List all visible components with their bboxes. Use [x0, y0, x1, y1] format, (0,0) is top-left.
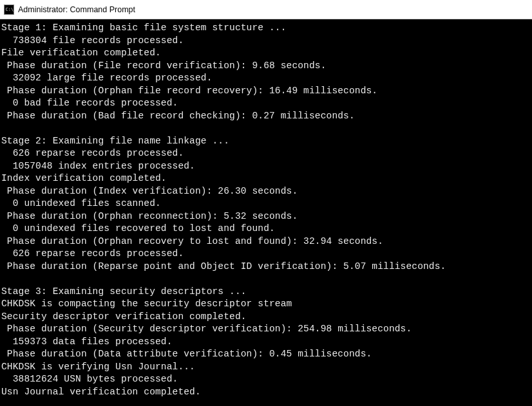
svg-text:C:\: C:\ — [6, 7, 14, 12]
output-line: 1057048 index entries processed. — [1, 160, 531, 173]
output-line: CHKDSK is verifying Usn Journal... — [1, 361, 531, 374]
output-line: 0 unindexed files recovered to lost and … — [1, 223, 531, 235]
output-line: 626 reparse records processed. — [1, 248, 531, 261]
window-title: Administrator: Command Prompt — [18, 5, 135, 14]
output-line: 738304 file records processed. — [1, 35, 531, 48]
output-line: Usn Journal verification completed. — [1, 386, 531, 399]
output-line: Phase duration (Index verification): 26.… — [1, 185, 531, 198]
terminal-output[interactable]: Stage 1: Examining basic file system str… — [0, 19, 532, 406]
output-line: Stage 1: Examining basic file system str… — [1, 22, 531, 35]
output-line — [1, 273, 531, 286]
output-line: Security descriptor verification complet… — [1, 311, 531, 324]
output-line: File verification completed. — [1, 47, 531, 60]
output-line: 0 bad file records processed. — [1, 97, 531, 110]
output-line: 159373 data files processed. — [1, 336, 531, 349]
title-bar[interactable]: C:\ Administrator: Command Prompt — [0, 0, 532, 19]
output-line: Stage 3: Examining security descriptors … — [1, 286, 531, 299]
output-line: Phase duration (Data attribute verificat… — [1, 348, 531, 361]
output-line: Phase duration (Security descriptor veri… — [1, 323, 531, 336]
output-line: Phase duration (Orphan file record recov… — [1, 85, 531, 98]
output-line: Phase duration (Orphan recovery to lost … — [1, 235, 531, 248]
output-line: 626 reparse records processed. — [1, 147, 531, 160]
output-line: 0 unindexed files scanned. — [1, 198, 531, 210]
output-line: Index verification completed. — [1, 172, 531, 185]
output-line: Phase duration (File record verification… — [1, 60, 531, 73]
output-line: CHKDSK is compacting the security descri… — [1, 298, 531, 311]
output-line: 38812624 USN bytes processed. — [1, 373, 531, 386]
output-line: 32092 large file records processed. — [1, 72, 531, 85]
output-line: Phase duration (Reparse point and Object… — [1, 261, 531, 273]
output-line — [1, 122, 531, 135]
output-line: Phase duration (Orphan reconnection): 5.… — [1, 210, 531, 223]
output-line: Phase duration (Bad file record checking… — [1, 110, 531, 123]
cmd-icon: C:\ — [4, 5, 14, 15]
output-line: Stage 2: Examining file name linkage ... — [1, 135, 531, 148]
